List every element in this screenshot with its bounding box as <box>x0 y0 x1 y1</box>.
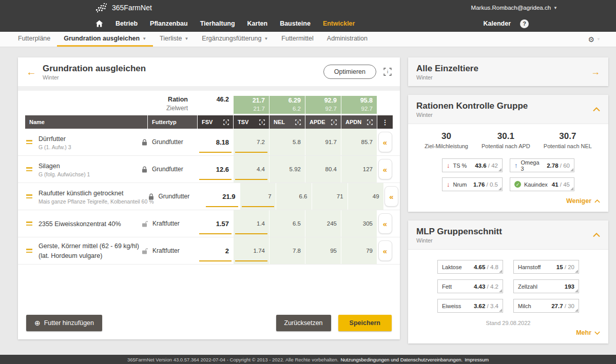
drag-handle-icon[interactable] <box>26 249 32 253</box>
tsv-input[interactable]: 1.74 <box>234 237 269 264</box>
info-expand-icon[interactable]: i <box>331 119 337 125</box>
footer-link-terms[interactable]: Nutzungsbedingungen und Datenschutzverei… <box>340 357 463 362</box>
apdn-value: 305 <box>341 210 377 237</box>
apde-value: 80.4 <box>305 156 341 183</box>
fsv-input[interactable]: 21.9 <box>204 183 240 210</box>
lock-open-icon[interactable] <box>142 220 148 227</box>
home-icon[interactable] <box>95 20 103 27</box>
tab-tierliste[interactable]: Tierliste ▼ <box>153 32 195 47</box>
row-collapse-handle[interactable]: « <box>378 240 392 261</box>
tsv-input[interactable]: 4.4 <box>234 156 269 183</box>
fsv-input[interactable]: 12.6 <box>198 156 233 183</box>
info-expand-icon[interactable]: i <box>383 68 392 76</box>
card-subtitle: Winter <box>416 112 528 118</box>
tab-grundration-ausgleichen[interactable]: Grundration ausgleichen ▼ <box>57 32 153 47</box>
fsv-input[interactable]: 2 <box>198 237 233 264</box>
feed-name: Dürrfutter <box>38 135 66 143</box>
feed-type: Grundfutter <box>152 138 183 146</box>
nav-item-tierhaltung[interactable]: Tierhaltung <box>200 20 235 27</box>
drag-handle-icon[interactable] <box>26 194 32 198</box>
column-header-futtertyp[interactable]: Futtertyp <box>148 115 197 129</box>
nav-item-pflanzenbau[interactable]: Pflanzenbau <box>150 20 188 27</box>
info-expand-icon[interactable]: i <box>223 119 229 125</box>
drag-handle-icon[interactable] <box>26 140 32 144</box>
plus-circle-icon: ⊕ <box>34 319 41 327</box>
chip-eiweiss[interactable]: Eiweiss 3.62 / 3.4 <box>437 299 503 313</box>
chip-milch[interactable]: Milch 27.7 / 30 <box>513 299 579 313</box>
lock-closed-icon[interactable] <box>142 139 147 146</box>
lock-closed-icon[interactable] <box>148 193 154 200</box>
row-collapse-handle[interactable]: « <box>378 159 392 179</box>
save-button[interactable]: Speichern <box>338 315 392 331</box>
help-icon[interactable]: ? <box>520 19 529 28</box>
tsv-input[interactable]: 7 <box>240 183 276 210</box>
chevron-up-icon[interactable] <box>593 233 600 237</box>
svg-text:i: i <box>226 120 227 124</box>
drag-handle-icon[interactable] <box>26 167 32 171</box>
apde-value: 91.7 <box>305 129 341 155</box>
weniger-link[interactable]: Weniger <box>566 197 600 205</box>
chip-fett[interactable]: Fett 4.43 / 4.2 <box>437 279 503 293</box>
chip-ts[interactable]: ↓ TS % 43.6 / 42 <box>442 158 503 172</box>
row-collapse-handle[interactable]: « <box>384 186 398 207</box>
nav-item-betrieb[interactable]: Betrieb <box>116 20 138 27</box>
reset-button[interactable]: Zurücksetzen <box>276 315 331 331</box>
chevron-down-icon <box>594 331 600 335</box>
row-collapse-handle[interactable]: « <box>378 132 392 152</box>
nav-item-entwickler[interactable]: Entwickler <box>323 20 355 27</box>
user-menu[interactable]: Markus.Rombach@agridea.ch ▼ <box>471 5 557 11</box>
column-header-apdn[interactable]: APDN i <box>341 115 377 129</box>
chip-zellzahl[interactable]: Zellzahl 193 <box>513 279 579 293</box>
main-nav: Betrieb Pflanzenbau Tierhaltung Karten B… <box>95 20 355 27</box>
lock-closed-icon[interactable] <box>142 166 147 173</box>
mehr-link[interactable]: Mehr <box>576 329 600 336</box>
add-feed-button[interactable]: ⊕ Futter hinzufügen <box>26 315 102 331</box>
tab-futterplaene[interactable]: Futterpläne <box>11 32 57 47</box>
tab-ergaenzungsfuetterung[interactable]: Ergänzungsfütterung ▼ <box>195 32 275 47</box>
row-collapse-handle[interactable]: « <box>378 213 392 234</box>
app-logo: 365FarmNet <box>95 3 152 12</box>
column-header-apde[interactable]: APDE i <box>305 115 341 129</box>
arrow-right-icon[interactable]: → <box>591 67 600 77</box>
info-expand-icon[interactable]: i <box>367 119 373 125</box>
tsv-input[interactable]: 7.2 <box>234 129 269 155</box>
feed-subtitle: G (folg. Aufwüchse) 1 <box>38 171 90 177</box>
fsv-input[interactable]: 8.18 <box>198 129 233 155</box>
lock-open-icon[interactable] <box>142 248 148 254</box>
drag-handle-icon[interactable] <box>26 221 32 226</box>
back-arrow-icon[interactable]: ← <box>26 66 36 78</box>
tab-administration[interactable]: Administration <box>320 32 374 47</box>
settings-menu[interactable]: ⚙ ▼ <box>588 32 616 47</box>
kalender-link[interactable]: Kalender <box>484 20 511 27</box>
nav-item-bausteine[interactable]: Bausteine <box>280 20 311 27</box>
nav-item-karten[interactable]: Karten <box>247 20 268 27</box>
chip-omega3[interactable]: ↑ Omega 3 2.78 / 60 <box>510 158 574 172</box>
info-expand-icon[interactable]: i <box>259 119 265 125</box>
feed-type: Kraftfutter <box>152 247 180 254</box>
kontrolle-stats: 30 Ziel-Milchleistung 30.1 Potential nac… <box>416 131 600 149</box>
card-title: Alle Einzeltiere <box>416 64 478 74</box>
stand-date: Stand 29.08.2022 <box>416 320 600 326</box>
fsv-input[interactable]: 1.57 <box>198 210 233 237</box>
chip-kauindex[interactable]: ✓ Kauindex 41 / 45 <box>510 177 574 191</box>
chip-harnstoff[interactable]: Harnstoff 15 / 20 <box>513 260 579 274</box>
column-header-name[interactable]: Name <box>25 115 147 129</box>
chip-laktose[interactable]: Laktose 4.65 / 4.8 <box>437 260 503 274</box>
chevron-up-icon[interactable] <box>593 107 600 112</box>
column-header-fsv[interactable]: FSV i <box>198 115 233 129</box>
column-header-tsv[interactable]: TSV i <box>234 115 269 129</box>
logo-text: 365FarmNet <box>112 4 152 12</box>
column-menu-icon[interactable]: ⋮ <box>377 115 393 129</box>
tab-futtermittel[interactable]: Futtermittel <box>275 32 320 47</box>
table-row: Raufutter künstlich getrocknet Mais ganz… <box>18 183 400 210</box>
stat-potential-nel: 30.7 Potential nach NEL <box>544 131 592 149</box>
nel-value: 5.8 <box>270 129 305 155</box>
chip-nrum[interactable]: ↓ Nrum 1.76 / 0.5 <box>442 177 503 191</box>
arrow-down-icon: ↓ <box>447 161 450 169</box>
tsv-input[interactable]: 1.4 <box>234 210 269 237</box>
info-expand-icon[interactable]: i <box>295 119 301 125</box>
optimize-button[interactable]: Optimieren <box>323 65 376 79</box>
footer-link-impressum[interactable]: Impressum <box>465 357 489 362</box>
column-header-nel[interactable]: NEL i <box>270 115 305 129</box>
apde-value: 245 <box>305 210 341 237</box>
